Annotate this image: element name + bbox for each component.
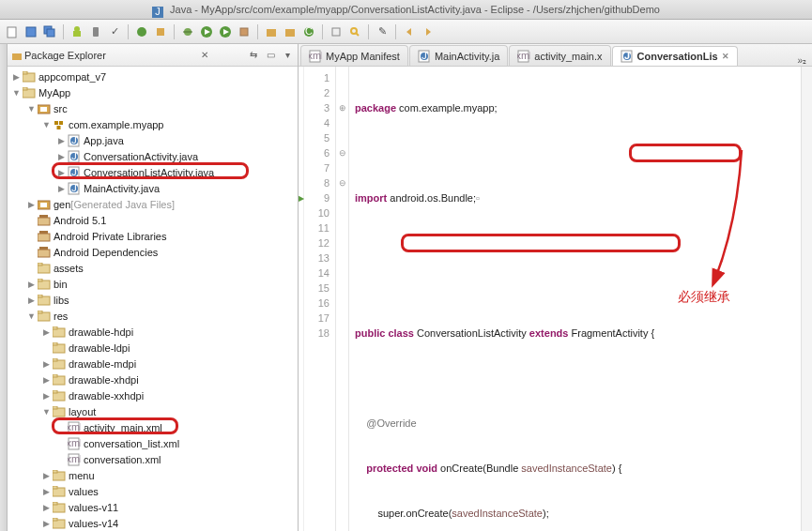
tree-item[interactable]: assets: [8, 260, 298, 276]
twisty-icon[interactable]: ▼: [26, 103, 37, 114]
tree-item-label: values-v11: [69, 502, 118, 513]
open-type-button[interactable]: [328, 23, 345, 40]
svg-text:xml: xml: [68, 421, 81, 432]
tree-item[interactable]: xmlconversation.xml: [8, 451, 298, 467]
tree-item[interactable]: ▶drawable-mdpi: [8, 356, 298, 372]
toggle-mark-button[interactable]: ✎: [374, 23, 391, 40]
tree-item[interactable]: ▶JConversationListActivity.java: [8, 164, 298, 180]
new-button[interactable]: [4, 23, 21, 40]
tree-item[interactable]: ▶menu: [8, 467, 298, 483]
run-last-button[interactable]: [217, 23, 234, 40]
editor-tab[interactable]: JConversationLis✕: [612, 46, 738, 67]
project-tree[interactable]: ▶appcompat_v7▼MyApp▼src▼com.example.myap…: [8, 67, 298, 531]
debug-button[interactable]: [179, 23, 196, 40]
twisty-icon[interactable]: [26, 231, 37, 241]
new-java-package-button[interactable]: [282, 23, 299, 40]
twisty-icon[interactable]: ▼: [11, 87, 22, 98]
twisty-icon[interactable]: ▼: [41, 406, 52, 417]
twisty-icon[interactable]: ▶: [41, 470, 52, 480]
tabs-overflow-button[interactable]: »₂: [791, 55, 812, 66]
tree-item[interactable]: ▶values-v11: [8, 499, 298, 515]
sdk-manager-button[interactable]: [69, 23, 85, 40]
new-java-class-button[interactable]: C: [300, 23, 317, 40]
tree-item[interactable]: ▶values: [8, 483, 298, 499]
tree-item[interactable]: ▶JConversationActivity.java: [8, 148, 298, 164]
tree-item[interactable]: ▶drawable-xxhdpi: [8, 387, 298, 403]
tree-item[interactable]: ▶JMainActivity.java: [8, 180, 298, 196]
folding-gutter[interactable]: ⊕⊖⊖: [336, 67, 349, 531]
xml-icon: xml: [68, 421, 81, 434]
twisty-icon[interactable]: ▶: [26, 279, 37, 289]
editor-tab[interactable]: JMainActivity.ja: [409, 45, 508, 66]
twisty-icon[interactable]: ▶: [41, 502, 52, 512]
tree-item[interactable]: xmlconversation_list.xml: [8, 435, 298, 451]
view-menu-button[interactable]: ▾: [281, 49, 294, 62]
avd-manager-button[interactable]: [87, 23, 104, 40]
link-editor-button[interactable]: ⇆: [247, 49, 260, 62]
tree-item[interactable]: Android 5.1: [8, 212, 298, 228]
tree-item[interactable]: Android Dependencies: [8, 244, 298, 260]
save-button[interactable]: [23, 23, 39, 40]
svg-point-7: [74, 26, 80, 32]
twisty-icon[interactable]: ▼: [26, 311, 37, 321]
tree-item[interactable]: ▼com.example.myapp: [8, 116, 298, 132]
editor-tab[interactable]: xmlactivity_main.x: [509, 45, 610, 66]
save-all-button[interactable]: [41, 23, 58, 40]
back-button[interactable]: [401, 23, 418, 40]
tree-item[interactable]: ▼src: [8, 100, 298, 116]
tree-item[interactable]: ▼MyApp: [8, 84, 298, 100]
twisty-icon[interactable]: [56, 438, 67, 448]
forward-button[interactable]: [420, 23, 437, 40]
twisty-icon[interactable]: [56, 454, 67, 464]
editor-tab[interactable]: xmlMyApp Manifest: [300, 45, 408, 66]
twisty-icon[interactable]: ▶: [56, 167, 67, 177]
twisty-icon[interactable]: ▶: [41, 358, 52, 369]
twisty-icon[interactable]: [56, 422, 67, 432]
tree-item[interactable]: ▶gen [Generated Java Files]: [8, 196, 298, 212]
svg-text:xml: xml: [68, 453, 81, 464]
folder-icon: [38, 294, 51, 307]
twisty-icon[interactable]: ▶: [41, 374, 52, 385]
tree-item[interactable]: xmlactivity_main.xml: [8, 419, 298, 435]
twisty-icon[interactable]: [26, 247, 37, 257]
tree-item[interactable]: drawable-ldpi: [8, 340, 298, 356]
left-gutter[interactable]: [0, 44, 8, 531]
code-editor[interactable]: ▶ 123456789101112131415161718 ⊕⊖⊖ packag…: [299, 67, 812, 531]
tree-item[interactable]: Android Private Libraries: [8, 228, 298, 244]
tree-item[interactable]: ▶JApp.java: [8, 132, 298, 148]
tree-item[interactable]: ▶drawable-xhdpi: [8, 372, 298, 387]
collapse-all-button[interactable]: ▭: [264, 49, 277, 62]
twisty-icon[interactable]: ▶: [11, 71, 22, 82]
tree-item[interactable]: ▶values-v14: [8, 515, 298, 531]
new-package-button[interactable]: [152, 23, 169, 40]
tree-item[interactable]: ▼layout: [8, 403, 298, 419]
lint-button[interactable]: ✓: [106, 23, 123, 40]
twisty-icon[interactable]: ▶: [56, 183, 67, 193]
search-button[interactable]: [346, 23, 363, 40]
twisty-icon[interactable]: ▼: [41, 119, 52, 129]
overview-ruler[interactable]: [801, 67, 812, 531]
twisty-icon[interactable]: ▶: [41, 486, 52, 496]
twisty-icon[interactable]: ▶: [26, 199, 37, 209]
tree-item[interactable]: ▶appcompat_v7: [8, 68, 298, 84]
tab-close-button[interactable]: ✕: [722, 52, 729, 61]
twisty-icon[interactable]: ▶: [41, 390, 52, 401]
code-content[interactable]: package package com.example.myapp;com.ex…: [349, 67, 801, 531]
tree-item[interactable]: ▶bin: [8, 276, 298, 292]
new-class-button[interactable]: [133, 23, 150, 40]
tree-item[interactable]: ▶drawable-hdpi: [8, 324, 298, 340]
twisty-icon[interactable]: ▶: [41, 518, 52, 528]
tree-item[interactable]: ▶libs: [8, 292, 298, 308]
twisty-icon[interactable]: ▶: [56, 135, 67, 145]
external-tools-button[interactable]: [236, 23, 253, 40]
new-java-project-button[interactable]: [263, 23, 280, 40]
run-button[interactable]: [198, 23, 215, 40]
panel-close-button[interactable]: ✕: [198, 49, 211, 62]
twisty-icon[interactable]: ▶: [26, 295, 37, 305]
twisty-icon[interactable]: ▶: [41, 326, 52, 337]
twisty-icon[interactable]: [41, 342, 52, 353]
twisty-icon[interactable]: [26, 215, 37, 225]
tree-item[interactable]: ▼res: [8, 308, 298, 324]
twisty-icon[interactable]: ▶: [56, 151, 67, 161]
twisty-icon[interactable]: [26, 263, 37, 273]
